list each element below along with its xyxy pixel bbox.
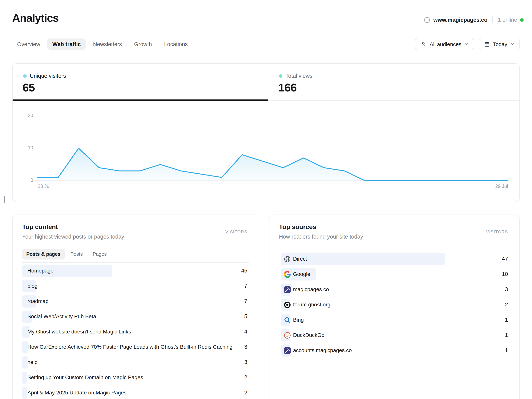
content-type-tabs: Posts & pages Posts Pages bbox=[22, 249, 112, 260]
content-row[interactable]: Homepage45 bbox=[22, 263, 247, 279]
row-bar bbox=[22, 372, 27, 384]
row-visitors: 3 bbox=[244, 344, 247, 350]
tab-pages[interactable]: Pages bbox=[89, 249, 111, 260]
row-label: My Ghost website doesn't send Magic Link… bbox=[27, 329, 131, 335]
site-domain-link[interactable]: www.magicpages.co bbox=[433, 17, 488, 23]
unique-visitors-label: Unique visitors bbox=[30, 73, 66, 79]
row-label: magicpages.co bbox=[293, 286, 329, 292]
row-visitors: 2 bbox=[244, 374, 247, 380]
scrollbar-thumb[interactable] bbox=[4, 196, 5, 203]
stat-tab-unique-visitors[interactable]: Unique visitors 65 bbox=[13, 64, 268, 101]
visitors-column-header: VISITORS bbox=[225, 229, 247, 234]
content-row[interactable]: My Ghost website doesn't send Magic Link… bbox=[22, 324, 247, 340]
content-row[interactable]: April & May 2025 Update on Magic Pages2 bbox=[22, 385, 247, 399]
row-bar bbox=[22, 341, 28, 353]
page-title: Analytics bbox=[12, 12, 59, 24]
source-row[interactable]: DuckDuckGo1 bbox=[281, 328, 508, 343]
row-label: How CarExplore Achieved 70% Faster Page … bbox=[27, 344, 233, 350]
unique-visitors-value: 65 bbox=[22, 81, 35, 94]
row-visitors: 2 bbox=[505, 301, 508, 308]
audience-filter-label: All audiences bbox=[430, 41, 462, 47]
tab-web-traffic[interactable]: Web traffic bbox=[47, 38, 86, 50]
visitors-area-chart[interactable] bbox=[13, 101, 519, 202]
magicpages-icon bbox=[284, 286, 291, 293]
total-views-label: Total views bbox=[285, 73, 312, 79]
audience-filter-button[interactable]: All audiences bbox=[415, 38, 474, 50]
globe-icon bbox=[424, 17, 430, 23]
source-row[interactable]: Direct47 bbox=[281, 252, 508, 267]
row-bar bbox=[22, 356, 28, 368]
site-info: www.magicpages.co 1 online bbox=[424, 16, 524, 24]
analytics-nav: Overview Web traffic Newsletters Growth … bbox=[12, 38, 195, 50]
row-visitors: 7 bbox=[244, 283, 247, 289]
duckduckgo-icon bbox=[284, 332, 291, 339]
row-label: Social Web/Activity Pub Beta bbox=[27, 313, 96, 319]
ghost-icon bbox=[284, 301, 291, 308]
row-visitors: 47 bbox=[502, 256, 508, 262]
source-row[interactable]: forum.ghost.org2 bbox=[281, 297, 508, 312]
tab-locations[interactable]: Locations bbox=[159, 38, 193, 50]
row-visitors: 4 bbox=[244, 329, 247, 335]
list-divider bbox=[279, 250, 510, 250]
row-visitors: 1 bbox=[505, 317, 508, 323]
content-row[interactable]: blog7 bbox=[22, 279, 247, 294]
total-views-value: 166 bbox=[278, 81, 297, 94]
web-traffic-card: Unique visitors 65 Total views 166 20 10… bbox=[12, 63, 520, 202]
person-icon bbox=[421, 41, 427, 47]
source-row[interactable]: magicpages.co3 bbox=[281, 282, 508, 297]
filters: All audiences Today bbox=[415, 38, 520, 50]
top-sources-card: Top sources How readers found your site … bbox=[269, 215, 520, 399]
tab-growth[interactable]: Growth bbox=[129, 38, 157, 50]
top-content-title: Top content bbox=[22, 223, 58, 231]
row-visitors: 10 bbox=[502, 271, 508, 277]
tab-posts-and-pages[interactable]: Posts & pages bbox=[22, 249, 65, 260]
row-label: Bing bbox=[293, 317, 304, 323]
calendar-icon bbox=[484, 41, 490, 47]
content-row[interactable]: help3 bbox=[22, 355, 247, 370]
stat-divider bbox=[268, 64, 268, 101]
google-icon bbox=[284, 271, 291, 278]
row-visitors: 1 bbox=[505, 332, 508, 338]
tab-posts[interactable]: Posts bbox=[66, 249, 87, 260]
tab-newsletters[interactable]: Newsletters bbox=[88, 38, 127, 50]
row-label: Direct bbox=[293, 256, 307, 262]
row-label: blog bbox=[27, 283, 38, 289]
chevron-down-icon bbox=[510, 42, 514, 46]
row-label: forum.ghost.org bbox=[293, 301, 330, 308]
row-bar bbox=[22, 387, 27, 399]
row-label: Google bbox=[293, 271, 310, 277]
date-filter-button[interactable]: Today bbox=[478, 38, 520, 50]
row-label: accounts.magicpages.co bbox=[293, 347, 352, 353]
content-row[interactable]: How CarExplore Achieved 70% Faster Page … bbox=[22, 340, 247, 355]
row-label: Homepage bbox=[27, 267, 54, 274]
row-visitors: 3 bbox=[244, 359, 247, 365]
x-axis-end-label: 29 Jul bbox=[495, 184, 508, 189]
bing-icon bbox=[284, 317, 291, 323]
content-row[interactable]: Social Web/Activity Pub Beta5 bbox=[22, 309, 247, 324]
globe-icon bbox=[284, 256, 291, 263]
online-count: 1 online bbox=[498, 17, 517, 23]
chevron-down-icon bbox=[464, 42, 469, 46]
row-label: Setting up Your Custom Domain on Magic P… bbox=[27, 374, 143, 380]
row-label: April & May 2025 Update on Magic Pages bbox=[27, 389, 127, 396]
row-visitors: 2 bbox=[244, 389, 247, 396]
row-visitors: 5 bbox=[244, 313, 247, 319]
row-visitors: 7 bbox=[244, 298, 247, 304]
unique-visitors-dot bbox=[23, 74, 27, 77]
content-row[interactable]: roadmap7 bbox=[22, 294, 247, 309]
source-row[interactable]: accounts.magicpages.co1 bbox=[281, 343, 508, 358]
content-row[interactable]: Setting up Your Custom Domain on Magic P… bbox=[22, 370, 247, 385]
row-label: help bbox=[27, 359, 38, 365]
row-visitors: 3 bbox=[505, 286, 508, 292]
tab-overview[interactable]: Overview bbox=[12, 38, 45, 50]
visitors-column-header: VISITORS bbox=[486, 229, 508, 234]
top-content-list: Homepage45blog7roadmap7Social Web/Activi… bbox=[22, 263, 247, 399]
analytics-page: Analytics www.magicpages.co 1 online Ove… bbox=[0, 0, 532, 399]
stat-tab-total-views[interactable]: Total views 166 bbox=[268, 64, 519, 101]
source-row[interactable]: Google10 bbox=[281, 267, 508, 282]
x-axis-start-label: 28 Jul bbox=[38, 184, 51, 189]
list-divider bbox=[22, 262, 249, 263]
date-filter-label: Today bbox=[493, 41, 507, 47]
top-sources-list: Direct47 Google10 magicpages.co3 forum.g… bbox=[281, 252, 508, 358]
source-row[interactable]: Bing1 bbox=[281, 312, 508, 328]
